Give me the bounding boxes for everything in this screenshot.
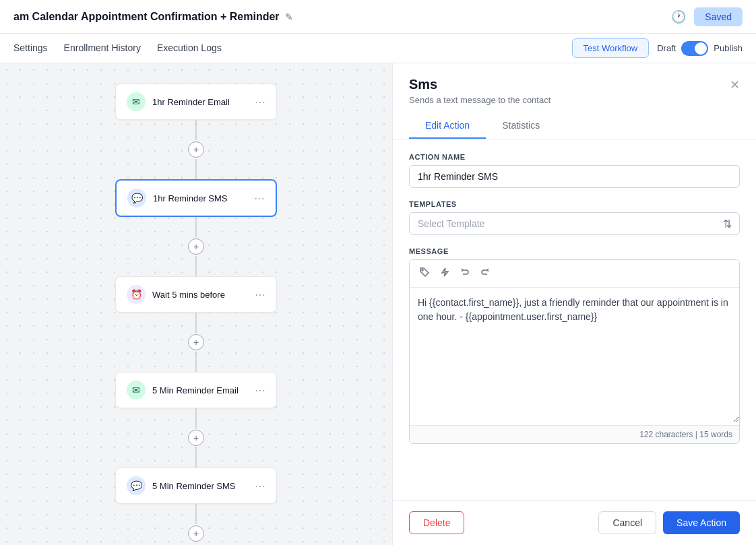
node-label-1hr-sms: 1hr Reminder SMS — [153, 193, 247, 203]
saved-button[interactable]: Saved — [694, 7, 743, 26]
node-wait-5mins[interactable]: ⏰ Wait 5 mins before ⋯ — [115, 276, 277, 313]
node-5min-reminder-email[interactable]: ✉ 5 Min Reminder Email ⋯ — [115, 372, 277, 408]
panel-tabs: Edit Action Statistics — [409, 113, 740, 139]
svg-point-0 — [422, 269, 423, 271]
connector-1: + — [188, 120, 204, 179]
connector-line-3 — [195, 217, 197, 237]
template-select-wrapper: Select Template ⇅ — [409, 212, 740, 235]
connector-line-8 — [195, 447, 197, 468]
add-node-btn-3[interactable]: + — [188, 334, 204, 350]
node-label-wait: Wait 5 mins before — [152, 290, 248, 300]
nav-item-enrollment-history[interactable]: Enrollment History — [64, 34, 141, 63]
connector-2: + — [188, 217, 204, 276]
redo-btn[interactable] — [477, 265, 493, 282]
side-panel: Sms ✕ Sends a text message to the contac… — [392, 63, 756, 545]
node-icon-sms: 💬 — [127, 189, 146, 207]
node-icon-5min-email: ✉ — [127, 381, 146, 399]
connector-line-7 — [195, 408, 197, 428]
message-textarea[interactable]: Hi {{contact.first_name}}, just a friend… — [410, 288, 739, 422]
node-icon-wait: ⏰ — [127, 285, 146, 304]
nav-right: Test Workflow Draft Publish — [572, 38, 743, 58]
delete-button[interactable]: Delete — [409, 511, 464, 534]
connector-line-6 — [195, 352, 197, 372]
connector-3: + — [188, 313, 204, 372]
message-label: MESSAGE — [409, 247, 740, 255]
node-icon-5min-sms: 💬 — [127, 476, 146, 495]
tab-statistics[interactable]: Statistics — [486, 113, 556, 139]
undo-btn[interactable] — [457, 265, 473, 282]
node-5min-reminder-sms[interactable]: 💬 5 Min Reminder SMS ⋯ — [115, 468, 277, 504]
node-menu-wait[interactable]: ⋯ — [255, 288, 265, 301]
connector-5: + — [188, 504, 204, 543]
message-group: MESSAGE — [409, 247, 740, 444]
header: am Calendar Appointment Confirmation + R… — [0, 0, 756, 34]
editor-toolbar — [410, 260, 739, 288]
header-right: 🕐 Saved — [671, 7, 743, 26]
char-count: 122 characters | 15 words — [410, 425, 739, 443]
tag-btn[interactable] — [416, 265, 433, 282]
panel-footer: Delete Cancel Save Action — [393, 500, 756, 545]
header-left: am Calendar Appointment Confirmation + R… — [13, 11, 293, 23]
add-node-btn-2[interactable]: + — [188, 238, 204, 255]
node-label-1hr-email: 1hr Reminder Email — [152, 97, 248, 107]
page-title: am Calendar Appointment Confirmation + R… — [13, 11, 280, 23]
action-name-input[interactable] — [409, 165, 740, 188]
connector-line-4 — [195, 256, 197, 276]
draft-publish-toggle: Draft Publish — [657, 41, 743, 56]
footer-right: Cancel Save Action — [598, 511, 740, 534]
panel-subtitle: Sends a text message to the contact — [409, 95, 740, 105]
workflow-nodes: ✉ 1hr Reminder Email ⋯ + 💬 1hr Reminder … — [88, 63, 304, 545]
panel-close-button[interactable]: ✕ — [730, 77, 740, 92]
save-action-button[interactable]: Save Action — [663, 511, 740, 534]
node-label-5min-email: 5 Min Reminder Email — [152, 385, 248, 395]
cancel-button[interactable]: Cancel — [598, 511, 656, 534]
edit-title-icon[interactable]: ✎ — [285, 11, 293, 22]
node-label-5min-sms: 5 Min Reminder SMS — [152, 481, 248, 491]
panel-body: ACTION NAME TEMPLATES Select Template ⇅ … — [393, 139, 756, 500]
node-1hr-reminder-sms[interactable]: 💬 1hr Reminder SMS ⋯ — [115, 179, 277, 217]
templates-label: TEMPLATES — [409, 200, 740, 208]
panel-title-row: Sms ✕ — [409, 77, 740, 92]
node-menu-1hr-email[interactable]: ⋯ — [255, 96, 265, 108]
nav-left: Settings Enrollment History Execution Lo… — [13, 34, 222, 63]
toggle-knob — [695, 42, 707, 55]
nav-item-execution-logs[interactable]: Execution Logs — [157, 34, 222, 63]
templates-group: TEMPLATES Select Template ⇅ — [409, 200, 740, 235]
message-editor: Hi {{contact.first_name}}, just a friend… — [409, 259, 740, 444]
node-icon-email: ✉ — [127, 92, 146, 111]
tab-edit-action[interactable]: Edit Action — [409, 113, 486, 139]
main-content: ✉ 1hr Reminder Email ⋯ + 💬 1hr Reminder … — [0, 63, 756, 545]
draft-label: Draft — [657, 43, 676, 53]
connector-line-1 — [195, 120, 197, 140]
bolt-btn[interactable] — [437, 265, 453, 282]
node-menu-5min-email[interactable]: ⋯ — [255, 384, 265, 397]
add-node-btn-4[interactable]: + — [188, 430, 204, 446]
history-icon[interactable]: 🕐 — [671, 9, 686, 24]
panel-title: Sms — [409, 77, 437, 92]
add-node-btn-1[interactable]: + — [188, 141, 204, 158]
action-name-label: ACTION NAME — [409, 153, 740, 161]
nav-item-settings[interactable]: Settings — [13, 34, 48, 63]
template-select[interactable]: Select Template — [409, 212, 740, 235]
publish-label: Publish — [714, 43, 743, 53]
workflow-canvas: ✉ 1hr Reminder Email ⋯ + 💬 1hr Reminder … — [0, 63, 392, 545]
node-menu-5min-sms[interactable]: ⋯ — [255, 480, 265, 492]
connector-line-5 — [195, 313, 197, 333]
node-menu-1hr-sms[interactable]: ⋯ — [254, 192, 265, 205]
node-1hr-reminder-email[interactable]: ✉ 1hr Reminder Email ⋯ — [115, 84, 277, 120]
action-name-group: ACTION NAME — [409, 153, 740, 188]
test-workflow-button[interactable]: Test Workflow — [572, 38, 650, 58]
connector-line-9 — [195, 504, 197, 524]
nav-bar: Settings Enrollment History Execution Lo… — [0, 34, 756, 63]
publish-toggle[interactable] — [681, 41, 708, 56]
add-node-btn-5[interactable]: + — [188, 525, 204, 542]
connector-4: + — [188, 408, 204, 468]
panel-header: Sms ✕ Sends a text message to the contac… — [393, 63, 756, 139]
connector-line-2 — [195, 159, 197, 179]
